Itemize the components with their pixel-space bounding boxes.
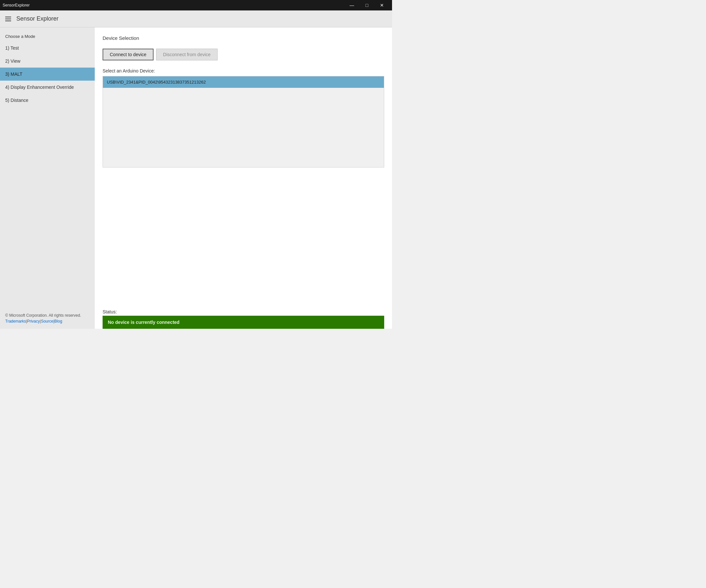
device-selection-title: Device Selection [103,35,384,41]
close-button[interactable]: ✕ [375,0,389,10]
maximize-button[interactable]: □ [359,0,375,10]
disconnect-button: Disconnect from device [156,49,218,60]
content-main: Device Selection Connect to device Disco… [95,28,392,306]
device-list-item[interactable]: USB\VID_2341&PID_0042\954323138373512132… [103,76,384,88]
sidebar: Choose a Mode 1) Test 2) View 3) MALT 4)… [0,28,95,329]
content-area: Device Selection Connect to device Disco… [95,28,392,329]
sidebar-nav: Choose a Mode 1) Test 2) View 3) MALT 4)… [0,28,95,107]
device-list[interactable]: USB\VID_2341&PID_0042\954323138373512132… [103,76,384,167]
title-bar-left: SensorExplorer [3,3,30,7]
status-message: No device is currently connected [108,320,180,325]
status-bar-container: Status: No device is currently connected [95,306,392,329]
title-bar-controls: — □ ✕ [344,0,389,10]
sidebar-item-distance[interactable]: 5) Distance [0,94,95,107]
main-layout: Choose a Mode 1) Test 2) View 3) MALT 4)… [0,28,392,329]
status-bar: No device is currently connected [103,316,384,329]
button-row: Connect to device Disconnect from device [103,49,384,60]
app-header-title: Sensor Explorer [16,15,58,22]
app-header: Sensor Explorer [0,10,392,28]
trademarks-link[interactable]: Trademarks [5,319,26,324]
sidebar-item-malt[interactable]: 3) MALT [0,68,95,81]
sidebar-item-display-enhancement[interactable]: 4) Display Enhancement Override [0,81,95,94]
copyright-text: © Microsoft Corporation. All rights rese… [5,313,89,318]
minimize-button[interactable]: — [344,0,359,10]
connect-button[interactable]: Connect to device [103,49,154,60]
source-link[interactable]: Source [41,319,53,324]
title-bar: SensorExplorer — □ ✕ [0,0,392,10]
sidebar-footer: © Microsoft Corporation. All rights rese… [0,308,95,329]
device-select-label: Select an Arduino Device: [103,68,384,74]
sidebar-item-test[interactable]: 1) Test [0,41,95,54]
sidebar-footer-links: Trademarks|Privacy|Source|Blog [5,319,89,324]
privacy-link[interactable]: Privacy [27,319,40,324]
hamburger-icon[interactable] [4,15,12,23]
status-label: Status: [103,306,384,314]
app-name-title: SensorExplorer [3,3,30,7]
sidebar-item-view[interactable]: 2) View [0,54,95,68]
sidebar-section-title: Choose a Mode [0,30,95,41]
blog-link[interactable]: Blog [54,319,62,324]
